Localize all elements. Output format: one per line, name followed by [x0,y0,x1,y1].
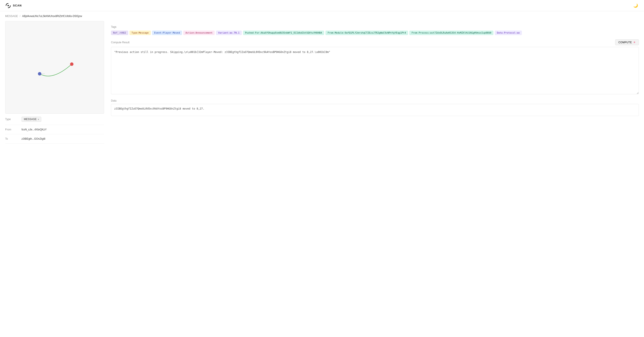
breadcrumb-parent[interactable]: MESSAGE [5,15,18,18]
tag-item: Ref_:4482 [111,31,128,35]
tag-item: Event:Player-Moved [152,31,182,35]
svg-point-2 [70,62,74,66]
to-row: To z3IBEgth...GOnZtgi8 [5,134,104,144]
right-panel: Tags Ref_:4482Type:MessageEvent:Player-M… [111,21,639,144]
left-panel: Type MESSAGE ▾ From fcoN_xJe...4XbrQKzY … [5,21,104,144]
compute-button[interactable]: COMPUTE ✳ [615,39,639,45]
type-label: Type [5,118,18,121]
tag-item: From-Process:ast7ZdxOLRuAeKS3S4-HxMZXlHi… [409,31,494,35]
tag-item: Variant:ao.TN.1 [216,31,242,35]
main-content: Type MESSAGE ▾ From fcoN_xJe...4XbrQKzY … [0,21,644,149]
compute-result-header: Compute Result COMPUTE ✳ [111,39,639,45]
compute-label: COMPUTE [618,41,632,44]
data-box: z3IBEgthgfIZuO7QmeUL0VDxc9kAYosBP9HGOnZt… [111,104,639,116]
svg-point-0 [8,5,9,6]
to-value: z3IBEgth...GOnZtgi8 [22,137,46,140]
app-title: SCAN [13,4,22,7]
dark-mode-button[interactable]: 🌙 [632,2,639,9]
breadcrumb: MESSAGE / ABjd4vwaUNc7uL5kKMUhsx8RtZtrfC… [0,11,644,21]
tags-title: Tags [111,25,639,29]
type-dropdown[interactable]: MESSAGE ▾ [22,117,41,122]
to-label: To [5,137,18,140]
tag-item: Data-Protocol:ao [495,31,522,35]
dropdown-arrow-icon: ▾ [38,118,39,121]
compute-star-icon: ✳ [633,41,636,44]
type-value: MESSAGE [24,118,36,121]
compute-result-textarea[interactable] [111,47,639,94]
breadcrumb-separator: / [20,15,20,18]
from-row: From fcoN_xJe...4XbrQKzY [5,125,104,134]
data-section-title: Data [111,99,639,102]
logo-icon [5,3,11,9]
tags-container: Ref_:4482Type:MessageEvent:Player-MovedA… [111,31,639,35]
app-logo: SCAN [5,3,22,9]
compute-result-title: Compute Result [111,41,130,44]
graph-container [5,21,104,114]
svg-point-1 [38,72,41,76]
graph-svg [6,21,104,113]
tag-item: Action:Announcement [183,31,215,35]
from-label: From [5,128,18,131]
app-header: SCAN 🌙 [0,0,644,11]
from-value: fcoN_xJe...4XbrQKzY [22,128,47,131]
tag-item: Pushed-For:AkaXfOhwpp9zm8U35nbWf1_ECIdkd… [243,31,324,35]
tag-item: Type:Message [130,31,151,35]
tag-item: From-Module:9afQ1PLf2mrshqCTZEzzJTR2gWaC… [326,31,408,35]
breadcrumb-current: ABjd4vwaUNc7uL5kKMUhsx8RtZtrfCUIb6s-D5lS… [22,15,82,18]
type-row: Type MESSAGE ▾ [5,114,104,125]
